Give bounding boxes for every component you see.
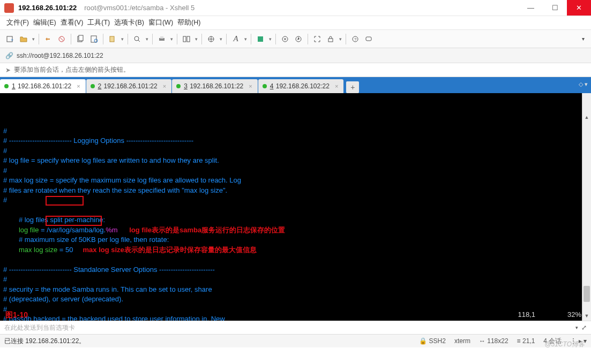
scroll-down-icon[interactable]: ▼ [582, 312, 591, 321]
font-icon[interactable]: A [230, 33, 242, 45]
close-icon[interactable]: × [335, 83, 338, 89]
transfer-icon[interactable] [181, 33, 192, 45]
highlight-box-logfile [46, 196, 84, 206]
svg-point-8 [134, 36, 139, 41]
dropdown-icon[interactable]: ▾ [120, 36, 124, 42]
dropdown-icon[interactable]: ▾ [219, 36, 223, 42]
app-icon [4, 3, 14, 13]
annotation-1: log file表示的是samba服务运行的日志保存的位置 [129, 226, 285, 234]
highlight-box-maxlogsize [46, 216, 102, 226]
tab-nav-icon[interactable]: ◇ ▾ [579, 81, 588, 88]
dropdown-icon[interactable]: ▾ [243, 36, 248, 42]
open-icon[interactable] [18, 33, 29, 45]
close-button[interactable]: ✕ [567, 0, 591, 16]
scroll-thumb[interactable] [583, 286, 590, 302]
disconnect-icon[interactable] [56, 33, 68, 45]
title-host: 192.168.26.101:22 [18, 4, 77, 12]
svg-text:?: ? [354, 37, 357, 42]
status-size: ↔ 118x22 [479, 337, 508, 345]
svg-rect-11 [183, 36, 186, 42]
session-tab-3[interactable]: 3 192.168.26.101:22× [172, 79, 258, 93]
menu-edit[interactable]: 编辑(E) [32, 18, 57, 28]
minimize-button[interactable]: — [519, 0, 543, 16]
figure-label: 图1-10 [5, 310, 28, 320]
hint-arrow-icon[interactable]: ➤ [5, 66, 11, 74]
close-icon[interactable]: × [77, 83, 80, 89]
session-tab-2[interactable]: 2 192.168.26.101:22× [86, 79, 172, 93]
chat-icon[interactable] [363, 33, 375, 45]
toolbar-overflow-icon[interactable]: ▾ [580, 36, 587, 42]
svg-rect-12 [187, 36, 190, 42]
add-tab-button[interactable]: + [346, 81, 359, 93]
copy-icon[interactable] [74, 33, 86, 45]
fullscreen-icon[interactable] [311, 33, 323, 45]
new-session-icon[interactable]: + [4, 33, 16, 45]
menu-window[interactable]: 窗口(W) [147, 18, 174, 28]
svg-point-6 [94, 39, 98, 42]
status-connection: 已连接 192.168.26.101:22。 [4, 337, 85, 346]
dropdown-icon[interactable]: ▾ [169, 36, 174, 42]
session-tab-1[interactable]: 1 192.168.26.101:22× [0, 79, 86, 93]
lock-icon[interactable] [325, 33, 336, 45]
address-text[interactable]: ssh://root@192.168.26.101:22 [17, 52, 103, 59]
dropdown-icon[interactable]: ▾ [194, 36, 198, 42]
close-icon[interactable]: × [249, 83, 252, 89]
scrollbar[interactable]: ▲ ▼ [582, 93, 591, 321]
scroll-up-icon[interactable]: ▲ [582, 113, 591, 122]
menu-tab[interactable]: 选项卡(B) [113, 18, 145, 28]
dropdown-icon[interactable]: ▾ [338, 36, 342, 42]
svg-rect-14 [258, 36, 263, 42]
session-tabs: 1 192.168.26.101:22× 2 192.168.26.101:22… [0, 77, 591, 93]
help-icon[interactable]: ? [349, 33, 361, 45]
dropdown-icon[interactable]: ▾ [268, 36, 272, 42]
toolbar: + ▾ ▾ ▾ ▾ ▾ ▾ A▾ ▾ ▾ ? ▾ [0, 30, 591, 48]
svg-rect-10 [160, 36, 163, 39]
send-expand-icon[interactable]: ⤢ [581, 324, 587, 331]
maximize-button[interactable]: ☐ [543, 0, 567, 16]
svg-rect-4 [79, 35, 83, 41]
svg-text:+: + [11, 37, 13, 43]
menu-view[interactable]: 查看(V) [59, 18, 85, 28]
menu-file[interactable]: 文件(F) [5, 18, 30, 28]
print-icon[interactable] [156, 33, 168, 45]
search-icon[interactable] [131, 33, 143, 45]
hint-text: 要添加当前会话，点击左侧的箭头按钮。 [14, 65, 130, 74]
color-icon[interactable] [255, 33, 266, 45]
close-icon[interactable]: × [163, 83, 166, 89]
properties-icon[interactable] [88, 33, 100, 45]
globe-icon[interactable] [205, 33, 217, 45]
menu-bar: 文件(F) 编辑(E) 查看(V) 工具(T) 选项卡(B) 窗口(W) 帮助(… [0, 16, 591, 30]
send-input[interactable]: 在此处发送到当前选项卡 [4, 323, 75, 332]
status-lock-icon: 🔒 SSH2 [419, 337, 446, 345]
script-icon[interactable] [279, 33, 291, 45]
compass-icon[interactable] [293, 33, 304, 45]
title-path: root@vms001:/etc/samba - Xshell 5 [84, 4, 194, 12]
status-term: xterm [454, 337, 470, 345]
svg-rect-7 [110, 36, 114, 42]
menu-help[interactable]: 帮助(H) [176, 18, 201, 28]
status-bar: 已连接 192.168.26.101:22。 🔒 SSH2 xterm ↔ 11… [0, 335, 591, 347]
reconnect-icon[interactable] [42, 33, 54, 45]
svg-rect-17 [328, 39, 333, 42]
paste-icon[interactable] [107, 33, 118, 45]
send-dropdown-icon[interactable]: ▾ [575, 325, 578, 330]
svg-rect-20 [366, 37, 371, 41]
link-icon: 🔗 [5, 52, 13, 59]
status-cursor: ≡ 21,1 [517, 337, 535, 345]
watermark: @51CTO博客 [544, 340, 585, 349]
dropdown-icon[interactable]: ▾ [145, 36, 149, 42]
session-tab-4[interactable]: 4 192.168.26.102:22× [258, 79, 344, 93]
annotation-2: max log size表示的是日志记录时保存容量的最大值信息 [83, 246, 257, 254]
vim-status: 118,132% [518, 310, 581, 320]
menu-tools[interactable]: 工具(T) [86, 18, 111, 28]
terminal[interactable]: # # --------------------------- Logging … [0, 93, 591, 321]
dropdown-icon[interactable]: ▾ [31, 36, 35, 42]
